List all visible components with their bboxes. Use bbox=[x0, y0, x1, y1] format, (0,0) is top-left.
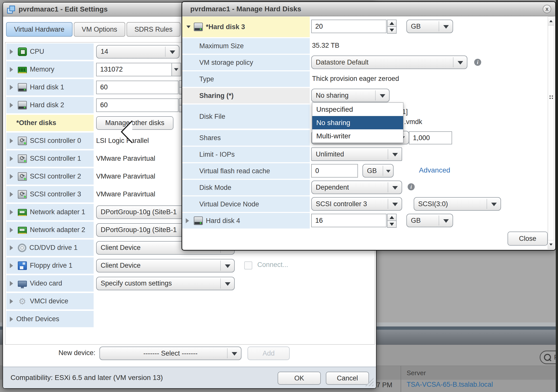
limit-iops-row: Limit - IOPs bbox=[182, 147, 310, 162]
device-label-cell[interactable]: SCSI controller 0 bbox=[6, 133, 94, 149]
disk-mode-select[interactable]: Dependent bbox=[311, 181, 402, 194]
expander-icon[interactable] bbox=[10, 228, 16, 233]
spinner-up-icon[interactable] bbox=[387, 20, 397, 27]
vm-storage-policy-row: VM storage policy bbox=[182, 55, 310, 70]
expander-icon[interactable] bbox=[10, 210, 16, 215]
expander-icon[interactable] bbox=[10, 192, 16, 197]
tab-virtual-hardware[interactable]: Virtual Hardware bbox=[6, 22, 73, 37]
device-label-cell[interactable]: CPU bbox=[6, 43, 94, 60]
device-label-cell[interactable]: Floppy drive 1 bbox=[6, 257, 94, 274]
expander-icon[interactable] bbox=[10, 85, 16, 90]
spinner-up-icon[interactable] bbox=[387, 214, 397, 221]
expander-icon[interactable] bbox=[10, 103, 16, 108]
disk3-size-stepper[interactable] bbox=[387, 20, 397, 34]
disk-mode-row: Disk Mode bbox=[182, 180, 310, 195]
scroll-up-icon[interactable] bbox=[548, 17, 554, 26]
scsi-icon bbox=[18, 137, 27, 145]
device-label-cell[interactable]: SCSI controller 3 bbox=[6, 186, 94, 202]
shares-value-input[interactable]: 1,000 bbox=[409, 131, 452, 144]
device-label-cell[interactable]: Memory bbox=[6, 61, 94, 78]
device-value-cell: Client Device Connect... bbox=[94, 257, 374, 274]
device-label-cell[interactable]: Other Devices bbox=[6, 311, 94, 327]
dropdown-option-unspecified[interactable]: Unspecified bbox=[312, 103, 403, 116]
server-column-header[interactable]: Server bbox=[407, 369, 426, 377]
device-label: CPU bbox=[30, 48, 44, 55]
chevron-down-icon bbox=[386, 170, 391, 173]
manage-other-disks-button[interactable]: Manage other disks bbox=[96, 116, 173, 130]
tab-sdrs-rules[interactable]: SDRS Rules bbox=[127, 22, 181, 37]
device-label-cell[interactable]: Network adapter 2 bbox=[6, 222, 94, 238]
scrollbar-thumb[interactable] bbox=[548, 26, 554, 240]
disk4-size-input[interactable]: 16 bbox=[311, 214, 387, 227]
dropdown-option-multi-writer[interactable]: Multi-writer bbox=[312, 129, 403, 143]
info-icon[interactable]: i bbox=[408, 183, 415, 190]
expander-icon[interactable] bbox=[10, 138, 16, 143]
hard-disk-1-input[interactable]: 60 bbox=[96, 81, 178, 94]
scroll-down-icon[interactable] bbox=[548, 240, 554, 249]
advanced-link[interactable]: Advanced bbox=[419, 166, 450, 174]
device-label-cell[interactable]: SCSI controller 1 bbox=[6, 150, 94, 167]
cpu-select[interactable]: 14 bbox=[96, 45, 179, 59]
vflash-unit-select[interactable]: GB bbox=[362, 164, 394, 178]
ok-button[interactable]: OK bbox=[278, 372, 321, 385]
hard-disk-4-row[interactable]: Hard disk 4 bbox=[182, 213, 310, 229]
expander-icon[interactable] bbox=[10, 317, 16, 322]
limit-iops-select[interactable]: Unlimited bbox=[311, 147, 402, 161]
cancel-button[interactable]: Cancel bbox=[326, 372, 369, 385]
device-label-cell[interactable]: VMCI device bbox=[6, 293, 94, 309]
disk3-size-input[interactable]: 20 bbox=[311, 20, 387, 33]
add-device-button[interactable]: Add bbox=[247, 347, 290, 360]
device-row-other-devices: Other Devices bbox=[6, 311, 374, 327]
expander-icon[interactable] bbox=[10, 67, 16, 72]
device-label-cell[interactable]: *Other disks bbox=[6, 115, 94, 131]
vflash-size-input[interactable]: 0 bbox=[311, 164, 358, 178]
device-label: Memory bbox=[30, 66, 54, 73]
expander-icon[interactable] bbox=[10, 174, 16, 179]
close-icon[interactable]: x bbox=[543, 5, 551, 13]
cd-icon bbox=[18, 244, 26, 252]
chevron-down-icon bbox=[174, 68, 178, 71]
spinner-down-icon[interactable] bbox=[387, 27, 397, 34]
device-label-cell[interactable]: Hard disk 1 bbox=[6, 79, 94, 95]
disk3-unit-select[interactable]: GB bbox=[406, 20, 453, 33]
manage-hard-disks-titlebar[interactable]: pvrdmarac1 - Manage Hard Disks x bbox=[182, 2, 555, 16]
spinner-down-icon[interactable] bbox=[387, 221, 397, 228]
vm-storage-policy-select[interactable]: Datastore Default bbox=[311, 55, 467, 69]
expander-icon[interactable] bbox=[10, 156, 16, 161]
scsi-icon bbox=[18, 172, 27, 181]
tab-vm-options[interactable]: VM Options bbox=[74, 22, 125, 37]
floppy-drive-1-select[interactable]: Client Device bbox=[96, 259, 235, 272]
scsi-icon bbox=[18, 190, 27, 199]
server-link[interactable]: TSA-VCSA-65-B.tsalab.local bbox=[407, 381, 493, 388]
disk4-unit-select[interactable]: GB bbox=[406, 214, 453, 227]
video-card-select[interactable]: Specify custom settings bbox=[96, 277, 235, 290]
device-label-cell[interactable]: Video card bbox=[6, 275, 94, 292]
close-button[interactable]: Close bbox=[508, 232, 548, 246]
info-icon[interactable]: i bbox=[474, 59, 481, 66]
expander-icon[interactable] bbox=[10, 245, 16, 250]
expander-icon[interactable] bbox=[186, 218, 192, 223]
collapse-icon[interactable] bbox=[186, 25, 192, 29]
hard-disk-2-input[interactable]: 60 bbox=[96, 98, 178, 112]
dropdown-option-no-sharing[interactable]: No sharing bbox=[312, 116, 403, 129]
device-label-cell[interactable]: SCSI controller 2 bbox=[6, 168, 94, 185]
edit-settings-title: pvrdmarac1 - Edit Settings bbox=[19, 5, 108, 13]
vdn-controller-select[interactable]: SCSI controller 3 bbox=[311, 197, 402, 211]
dialog-scrollbar[interactable] bbox=[548, 17, 554, 249]
new-device-select[interactable]: ------- Select ------- bbox=[99, 347, 241, 360]
expander-icon[interactable] bbox=[10, 281, 16, 286]
connect-checkbox[interactable] bbox=[244, 261, 252, 269]
vdn-node-select[interactable]: SCSI(3:0) bbox=[414, 197, 501, 211]
memory-input[interactable]: 131072 bbox=[96, 63, 172, 76]
filter-search-box[interactable]: F bbox=[540, 351, 558, 364]
memory-unit-arrow[interactable] bbox=[172, 63, 181, 76]
expander-icon[interactable] bbox=[10, 299, 16, 304]
device-label-cell[interactable]: Hard disk 2 bbox=[6, 97, 94, 113]
expander-icon[interactable] bbox=[10, 49, 16, 54]
expander-icon[interactable] bbox=[10, 263, 16, 268]
device-label-cell[interactable]: CD/DVD drive 1 bbox=[6, 240, 94, 256]
hard-disk-3-row[interactable]: *Hard disk 3 bbox=[182, 17, 310, 37]
sharing-select[interactable]: No sharing bbox=[311, 89, 390, 102]
device-label-cell[interactable]: Network adapter 1 bbox=[6, 204, 94, 220]
disk4-size-stepper[interactable] bbox=[387, 214, 397, 228]
